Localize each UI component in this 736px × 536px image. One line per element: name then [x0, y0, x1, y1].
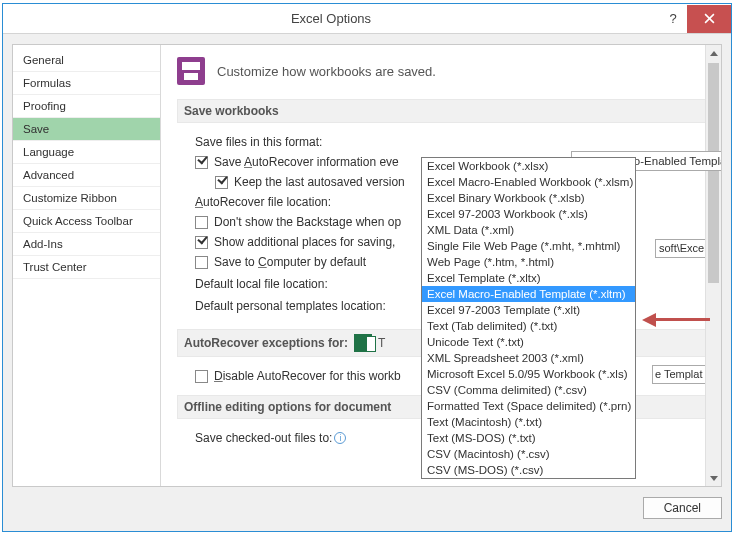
- page-header: Customize how workbooks are saved.: [177, 57, 707, 85]
- scroll-up-icon[interactable]: [706, 45, 721, 61]
- scroll-down-icon[interactable]: [706, 470, 721, 486]
- dd-item[interactable]: Excel Workbook (*.xlsx): [422, 158, 635, 174]
- dd-item[interactable]: XML Spreadsheet 2003 (*.xml): [422, 350, 635, 366]
- window-title: Excel Options: [3, 11, 659, 26]
- dd-item[interactable]: Formatted Text (Space delimited) (*.prn): [422, 398, 635, 414]
- dd-item[interactable]: Excel 97-2003 Template (*.xlt): [422, 302, 635, 318]
- checkbox-backstage[interactable]: [195, 216, 208, 229]
- sidebar-item-qat[interactable]: Quick Access Toolbar: [13, 210, 160, 233]
- dd-item[interactable]: Excel Template (*.xltx): [422, 270, 635, 286]
- titlebar: Excel Options ?: [3, 4, 731, 34]
- dd-item[interactable]: CSV (Comma delimited) (*.csv): [422, 382, 635, 398]
- exceptions-combo[interactable]: T: [378, 336, 385, 350]
- dd-item[interactable]: Single File Web Page (*.mht, *.mhtml): [422, 238, 635, 254]
- label-keep-last: Keep the last autosaved version: [234, 175, 405, 189]
- dd-item[interactable]: Microsoft Excel 5.0/95 Workbook (*.xls): [422, 366, 635, 382]
- sidebar-item-trust[interactable]: Trust Center: [13, 256, 160, 279]
- cancel-button[interactable]: Cancel: [643, 497, 722, 519]
- dd-item[interactable]: Text (Tab delimited) (*.txt): [422, 318, 635, 334]
- label-disable-autorecover: Disable AutoRecover for this workb: [214, 369, 401, 383]
- dd-item[interactable]: Excel 97-2003 Workbook (*.xls): [422, 206, 635, 222]
- dd-item[interactable]: CSV (Macintosh) (*.csv): [422, 446, 635, 462]
- excel-icon: [354, 334, 372, 352]
- sidebar-item-formulas[interactable]: Formulas: [13, 72, 160, 95]
- sidebar-item-general[interactable]: General: [13, 49, 160, 72]
- scroll-thumb[interactable]: [708, 63, 719, 283]
- checkbox-save-computer[interactable]: [195, 256, 208, 269]
- checkbox-keep-last[interactable]: [215, 176, 228, 189]
- sidebar-item-advanced[interactable]: Advanced: [13, 164, 160, 187]
- info-icon[interactable]: i: [334, 432, 346, 444]
- dd-item[interactable]: XML Data (*.xml): [422, 222, 635, 238]
- label-autorecover-file-location: AutoRecover file location:: [195, 195, 331, 209]
- label-save-format: Save files in this format:: [195, 135, 322, 149]
- label-show-additional: Show additional places for saving,: [214, 235, 395, 249]
- dd-item[interactable]: Excel Binary Workbook (*.xlsb): [422, 190, 635, 206]
- label-autorecover: Save AutoRecover information eve: [214, 155, 399, 169]
- dd-item-selected[interactable]: Excel Macro-Enabled Template (*.xltm): [422, 286, 635, 302]
- dd-item[interactable]: Unicode Text (*.txt): [422, 334, 635, 350]
- close-button[interactable]: [687, 5, 731, 33]
- checkbox-disable-autorecover[interactable]: [195, 370, 208, 383]
- dialog-footer: Cancel: [12, 493, 722, 523]
- help-icon[interactable]: ?: [659, 5, 687, 33]
- vertical-scrollbar[interactable]: [705, 45, 721, 486]
- label-save-checked-out: Save checked-out files to:: [195, 431, 332, 445]
- dd-item[interactable]: Text (MS-DOS) (*.txt): [422, 430, 635, 446]
- sidebar-item-addins[interactable]: Add-Ins: [13, 233, 160, 256]
- dd-item[interactable]: Excel Macro-Enabled Workbook (*.xlsm): [422, 174, 635, 190]
- dd-item[interactable]: CSV (MS-DOS) (*.csv): [422, 462, 635, 478]
- save-format-dropdown[interactable]: Excel Workbook (*.xlsx) Excel Macro-Enab…: [421, 157, 636, 479]
- dd-item[interactable]: Web Page (*.htm, *.html): [422, 254, 635, 270]
- page-header-text: Customize how workbooks are saved.: [217, 64, 436, 79]
- sidebar-item-language[interactable]: Language: [13, 141, 160, 164]
- label-default-templates: Default personal templates location:: [195, 299, 386, 313]
- sidebar-item-customize-ribbon[interactable]: Customize Ribbon: [13, 187, 160, 210]
- sidebar: General Formulas Proofing Save Language …: [13, 45, 161, 486]
- section-save-workbooks: Save workbooks: [177, 99, 707, 123]
- dd-item[interactable]: Text (Macintosh) (*.txt): [422, 414, 635, 430]
- label-default-local: Default local file location:: [195, 277, 328, 291]
- sidebar-item-proofing[interactable]: Proofing: [13, 95, 160, 118]
- sidebar-item-save[interactable]: Save: [13, 118, 160, 141]
- label-backstage: Don't show the Backstage when op: [214, 215, 401, 229]
- label-save-computer: Save to Computer by default: [214, 255, 366, 269]
- checkbox-show-additional[interactable]: [195, 236, 208, 249]
- checkbox-autorecover[interactable]: [195, 156, 208, 169]
- save-icon: [177, 57, 205, 85]
